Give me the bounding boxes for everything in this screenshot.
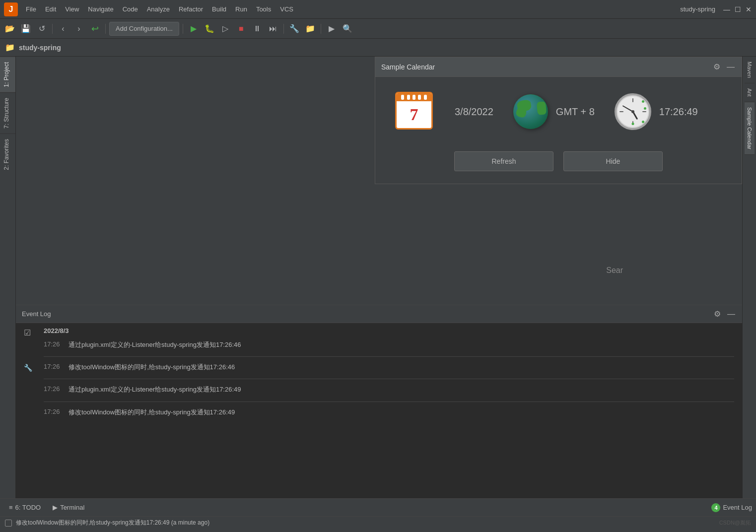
tick-12: [632, 98, 633, 102]
project-tree-area: Sear Sample Calendar ⚙ —: [16, 57, 742, 305]
event-log-badge: 4: [711, 503, 720, 512]
project-folder-icon: 📁: [5, 43, 15, 52]
menu-analyze[interactable]: Analyze: [143, 4, 174, 14]
event-log-bottom-tab[interactable]: 4 Event Log: [711, 503, 752, 512]
refresh-button[interactable]: Refresh: [454, 151, 553, 171]
right-tab-sample-calendar[interactable]: Sample Calendar: [745, 102, 755, 155]
event-log-minimize-button[interactable]: —: [726, 309, 736, 319]
back-button[interactable]: ‹: [56, 22, 70, 36]
calendar-minimize-button[interactable]: —: [726, 62, 736, 72]
project-bar: 📁 study-spring: [0, 39, 756, 57]
event-time-2: 17:26: [44, 363, 63, 370]
right-tab-ant[interactable]: Ant: [745, 83, 755, 102]
event-log-body: ☑ 2022/8/3 17:26 通过plugin.xml定义的-Listene…: [16, 323, 742, 498]
clock-center-dot: [631, 110, 634, 113]
event-log-title: Event Log: [22, 310, 51, 318]
status-checkbox: [5, 520, 12, 527]
bottom-tab-terminal[interactable]: ▶ Terminal: [48, 502, 89, 513]
calendar-popup-buttons: Refresh Hide: [375, 146, 742, 184]
event-separator-1: [44, 356, 734, 357]
menu-build[interactable]: Build: [208, 4, 230, 14]
event-log-settings-button[interactable]: ⚙: [712, 309, 722, 319]
event-date-row: ☑ 2022/8/3: [24, 327, 734, 337]
status-bar: 修改toolWindow图标的同时,给study-spring发通知17:26:…: [0, 516, 756, 529]
event-separator-2: [44, 379, 734, 379]
menu-run[interactable]: Run: [231, 4, 251, 14]
menu-code[interactable]: Code: [119, 4, 142, 14]
continent-asia: [537, 101, 547, 115]
sidebar-tab-structure[interactable]: 7: Structure: [0, 92, 15, 133]
status-text: 修改toolWindow图标的同时,给study-spring发通知17:26:…: [16, 519, 209, 527]
step-button[interactable]: ⏭: [266, 22, 280, 36]
tick-3: [642, 111, 646, 112]
menu-vcs[interactable]: VCS: [276, 4, 297, 14]
bottom-tab-todo[interactable]: ≡ 6: TODO: [4, 502, 46, 513]
event-message-3: 通过plugin.xml定义的-Listener给study-spring发通知…: [69, 385, 241, 394]
coverage-button[interactable]: ▷: [218, 22, 232, 36]
event-message-1: 通过plugin.xml定义的-Listener给study-spring发通知…: [69, 340, 241, 349]
event-checkbox-icon: ☑: [24, 327, 38, 337]
timezone-text: GMT + 8: [556, 106, 595, 118]
left-sidebar: 1: Project 7: Structure 2: Favorites: [0, 57, 16, 498]
pause-button[interactable]: ⏸: [250, 22, 264, 36]
green-dot-2: [644, 107, 646, 110]
center-panel: Sear Sample Calendar ⚙ —: [16, 57, 742, 498]
tick-9: [619, 111, 623, 112]
cal-ring-1: [401, 95, 404, 100]
sidebar-tab-favorites[interactable]: 2: Favorites: [0, 133, 15, 175]
settings-button[interactable]: 🔧: [287, 22, 301, 36]
menu-navigate[interactable]: Navigate: [84, 4, 117, 14]
hide-button[interactable]: Hide: [563, 151, 663, 171]
event-row-4: 17:26 修改toolWindow图标的同时,给study-spring发通知…: [24, 408, 734, 417]
event-icon-3: [24, 385, 38, 386]
right-tab-maven[interactable]: Maven: [745, 57, 755, 83]
calendar-icon-inner: 7: [395, 92, 433, 130]
debug-button[interactable]: 🐛: [203, 22, 216, 36]
clock-face: [618, 96, 648, 127]
title-project-name: study-spring: [680, 5, 723, 13]
save-button[interactable]: 💾: [19, 22, 33, 36]
calendar-popup-controls: ⚙ —: [712, 62, 736, 72]
revert-button[interactable]: ↩: [88, 22, 102, 36]
clock-area: 17:26:49: [615, 93, 698, 130]
add-configuration-button[interactable]: Add Configuration...: [109, 22, 179, 36]
run2-button[interactable]: ▶: [325, 22, 339, 36]
calendar-popup: Sample Calendar ⚙ —: [375, 57, 742, 184]
search-button[interactable]: 🔍: [341, 22, 354, 36]
forward-button[interactable]: ›: [72, 22, 86, 36]
todo-icon: ≡: [9, 504, 13, 511]
event-separator-3: [44, 401, 734, 402]
calendar-popup-header: Sample Calendar ⚙ —: [375, 57, 742, 77]
calendar-popup-body: 7 3/8/2022 GMT + 8: [375, 77, 742, 146]
cal-ring-5: [424, 95, 427, 100]
terminal-icon: ▶: [53, 504, 58, 511]
toolbar-separator-5: [321, 24, 321, 34]
close-button[interactable]: ✕: [745, 6, 752, 13]
structure-button[interactable]: 📁: [303, 22, 317, 36]
stop-button[interactable]: ■: [234, 22, 248, 36]
project-name: study-spring: [19, 44, 61, 52]
event-log-header: Event Log ⚙ —: [16, 305, 742, 323]
event-log-panel: Event Log ⚙ — ☑ 2022/8/3 17:26 通过plugin.…: [16, 305, 742, 498]
calendar-settings-button[interactable]: ⚙: [712, 62, 722, 72]
sync-button[interactable]: ↺: [35, 22, 49, 36]
status-watermark: CSDN@胤拓: [719, 519, 751, 527]
run-button[interactable]: ▶: [187, 22, 201, 36]
menu-tools[interactable]: Tools: [252, 4, 275, 14]
menu-view[interactable]: View: [61, 4, 83, 14]
green-dot-1: [642, 100, 644, 103]
cal-ring-3: [412, 95, 415, 100]
minimize-button[interactable]: —: [723, 6, 730, 13]
main-content: 1: Project 7: Structure 2: Favorites Sea…: [0, 57, 756, 498]
open-button[interactable]: 📂: [3, 22, 17, 36]
event-icon-4: [24, 408, 38, 409]
event-message-2: 修改toolWindow图标的同时,给study-spring发通知17:26:…: [69, 363, 235, 372]
event-icon-1: [24, 340, 38, 341]
sidebar-tab-project[interactable]: 1: Project: [0, 57, 15, 92]
menu-file[interactable]: File: [22, 4, 40, 14]
toolbar-separator-1: [52, 24, 53, 34]
menu-refactor[interactable]: Refactor: [175, 4, 207, 14]
window-controls: — ☐ ✕: [723, 6, 752, 13]
maximize-button[interactable]: ☐: [734, 6, 741, 13]
menu-edit[interactable]: Edit: [41, 4, 60, 14]
